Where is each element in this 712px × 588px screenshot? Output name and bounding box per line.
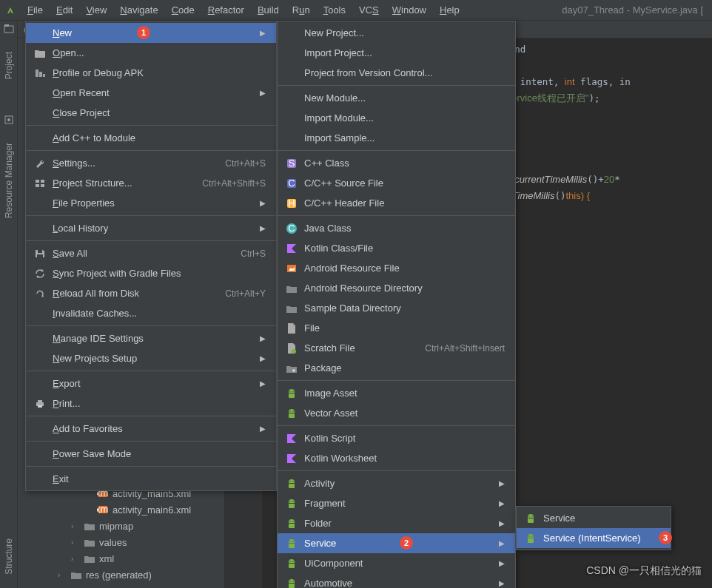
tree-row[interactable]: ›xml [71, 550, 224, 567]
file-menu-item-save-all[interactable]: Save AllCtrl+S [26, 243, 276, 263]
new-menu-item-folder[interactable]: Folder▶ [278, 513, 515, 533]
shortcut: Ctrl+Alt+Y [225, 288, 266, 299]
file-menu-item-invalidate-caches-[interactable]: Invalidate Caches... [26, 303, 276, 323]
project-tool-icon[interactable] [4, 24, 14, 34]
file-menu-item-add-to-favorites[interactable]: Add to Favorites▶ [26, 419, 276, 439]
svg-text:C: C [288, 223, 295, 234]
resmgr-tool-icon[interactable] [4, 115, 14, 125]
new-menu-item-android-resource-file[interactable]: Android Resource File [278, 258, 515, 278]
tree-row[interactable]: ›values [71, 534, 224, 550]
svg-point-39 [289, 481, 290, 481]
structure-tool-label[interactable]: Structure [4, 538, 14, 575]
svc-menu-item-service-intentservice-[interactable]: Service (IntentService)3 [517, 528, 671, 548]
android-icon [285, 387, 298, 400]
file-menu-item-close-project[interactable]: Close Project [26, 103, 276, 123]
menu-window[interactable]: Window [386, 1, 433, 18]
menu-view[interactable]: View [79, 1, 113, 18]
menu-item-label: Vector Asset [304, 408, 505, 419]
svg-point-49 [289, 581, 290, 581]
file-menu-item-local-history[interactable]: Local History▶ [26, 218, 276, 238]
file-menu-item-profile-or-debug-apk[interactable]: Profile or Debug APK [26, 63, 276, 83]
new-menu-item-scratch-file[interactable]: Scratch FileCtrl+Alt+Shift+Insert [278, 338, 515, 358]
new-menu-item-project-from-version-control-[interactable]: Project from Version Control... [278, 63, 515, 83]
file-menu-item-file-properties[interactable]: File Properties▶ [26, 193, 276, 213]
menu-run[interactable]: Run [286, 1, 317, 18]
svg-text:H: H [288, 197, 295, 209]
file-menu-sep [26, 416, 276, 416]
new-menu-sep [278, 425, 515, 426]
menu-item-label: Folder [304, 518, 493, 529]
menu-file[interactable]: File [21, 1, 50, 18]
new-menu-item-package[interactable]: Package [278, 358, 515, 378]
menu-build[interactable]: Build [251, 1, 286, 18]
submenu-arrow-icon: ▶ [260, 379, 266, 388]
chevron-right-icon[interactable]: › [71, 538, 80, 547]
file-menu-item-project-structure-[interactable]: Project Structure...Ctrl+Alt+Shift+S [26, 173, 276, 193]
menu-tools[interactable]: Tools [317, 1, 352, 18]
save-icon [33, 247, 47, 260]
new-menu-item-import-project-[interactable]: Import Project... [278, 43, 515, 63]
new-menu-item-uicomponent[interactable]: UiComponent▶ [278, 553, 515, 573]
new-menu-item-file[interactable]: File [278, 318, 515, 338]
menu-refactor[interactable]: Refactor [201, 1, 251, 18]
new-menu-item-new-module-[interactable]: New Module... [278, 88, 515, 108]
new-menu-item-service[interactable]: Service▶2 [278, 533, 515, 553]
file-menu-item-open-[interactable]: Open... [26, 43, 276, 63]
svg-point-43 [289, 521, 290, 521]
tree-row[interactable]: ›mipmap [71, 518, 224, 534]
file-menu-item-power-save-mode[interactable]: Power Save Mode [26, 444, 276, 464]
menu-vcs[interactable]: VCS [352, 1, 386, 18]
android-icon [285, 407, 298, 420]
file-menu-sep [26, 215, 276, 216]
file-menu-item-open-recent[interactable]: Open Recent▶ [26, 83, 276, 103]
new-menu-item-kotlin-class-file[interactable]: Kotlin Class/File [278, 238, 515, 258]
new-menu-item-c-c-header-file[interactable]: HC/C++ Header File [278, 193, 515, 213]
file-menu-item-reload-all-from-disk[interactable]: Reload All from DiskCtrl+Alt+Y [26, 283, 276, 303]
svc-menu-item-service[interactable]: Service [517, 508, 671, 528]
file-menu-item-print-[interactable]: Print... [26, 393, 276, 413]
menu-code[interactable]: Code [165, 1, 201, 18]
file-menu-item-exit[interactable]: Exit [26, 469, 276, 489]
menu-item-label: C/C++ Source File [304, 178, 505, 189]
new-menu-item-new-project-[interactable]: New Project... [278, 23, 515, 43]
tree-row[interactable]: ›res (generated) [58, 567, 224, 583]
new-menu-item-activity[interactable]: Activity▶ [278, 473, 515, 493]
new-menu-item-vector-asset[interactable]: Vector Asset [278, 403, 515, 423]
new-menu-item-c-c-source-file[interactable]: CC/C++ Source File [278, 173, 515, 193]
menu-item-label: Fragment [304, 498, 493, 509]
file-menu-item-export[interactable]: Export▶ [26, 374, 276, 393]
chevron-right-icon[interactable]: › [58, 571, 67, 579]
svg-rect-18 [41, 184, 44, 187]
file-menu-item-new[interactable]: New▶1 [26, 23, 276, 43]
file-menu-item-manage-ide-settings[interactable]: Manage IDE Settings▶ [26, 328, 276, 348]
blank-icon [33, 197, 47, 210]
new-menu-item-java-class[interactable]: CJava Class [278, 218, 515, 238]
new-menu-item-kotlin-worksheet[interactable]: Kotlin Worksheet [278, 448, 515, 468]
new-menu-item-sample-data-directory[interactable]: Sample Data Directory [278, 298, 515, 318]
new-menu-item-automotive[interactable]: Automotive▶ [278, 573, 515, 588]
window-title: day07_Thread - MyService.java [ [562, 4, 708, 16]
file-menu-item-sync-project-with-gradle-files[interactable]: Sync Project with Gradle Files [26, 263, 276, 283]
new-menu-item-android-resource-directory[interactable]: Android Resource Directory [278, 278, 515, 298]
file-menu-item-settings-[interactable]: Settings...Ctrl+Alt+S [26, 153, 276, 173]
blank-icon [33, 473, 47, 486]
menu-item-label: Project Structure... [53, 178, 195, 189]
resmgr-tool-label[interactable]: Resource Manager [4, 143, 14, 218]
tree-row[interactable]: xmlactivity_main6.xml [84, 501, 224, 518]
menu-edit[interactable]: Edit [50, 1, 79, 18]
xml-icon: xml [97, 504, 109, 515]
file-menu-item-add-c-to-module[interactable]: Add C++ to Module [26, 128, 276, 148]
menu-navigate[interactable]: Navigate [113, 1, 164, 18]
dir-icon [84, 521, 95, 531]
new-menu-item-import-sample-[interactable]: Import Sample... [278, 128, 515, 148]
project-tool-label[interactable]: Project [4, 52, 14, 79]
chevron-right-icon[interactable]: › [71, 555, 80, 563]
menu-help[interactable]: Help [433, 1, 466, 18]
new-menu-item-fragment[interactable]: Fragment▶ [278, 493, 515, 513]
new-menu-item-c-class[interactable]: SC++ Class [278, 153, 515, 173]
new-menu-item-kotlin-script[interactable]: Kotlin Script [278, 428, 515, 448]
new-menu-item-import-module-[interactable]: Import Module... [278, 108, 515, 128]
file-menu-item-new-projects-setup[interactable]: New Projects Setup▶ [26, 348, 276, 368]
chevron-right-icon[interactable]: › [71, 522, 80, 530]
new-menu-item-image-asset[interactable]: Image Asset [278, 383, 515, 403]
